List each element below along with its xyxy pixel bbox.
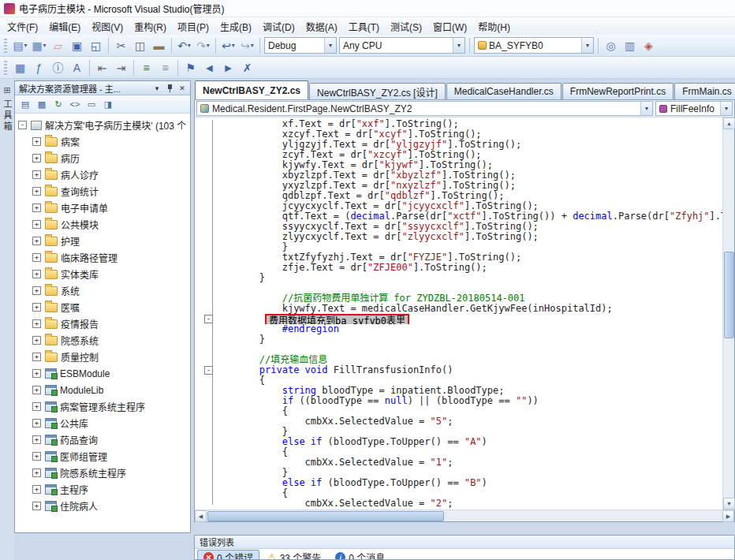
code-text[interactable]: else if (bloodType.ToUpper() == "A"): [214, 437, 722, 447]
expand-icon[interactable]: +: [32, 286, 41, 295]
code-text[interactable]: else if (bloodType.ToUpper() == "B"): [214, 478, 722, 488]
navigate-backward-button[interactable]: ↩▾: [219, 37, 237, 54]
tree-item[interactable]: +电子申请单: [15, 200, 190, 216]
code-text[interactable]: xf.Text = dr["xxf"].ToString();: [214, 119, 722, 129]
document-tab[interactable]: FrmNewReportPrint.cs: [562, 83, 673, 99]
warnings-filter-button[interactable]: ⚠33 个警告: [261, 550, 327, 560]
vertical-scrollbar-thumb[interactable]: [724, 252, 734, 338]
collapse-icon[interactable]: -: [18, 121, 27, 129]
menu-item[interactable]: 数据(A): [300, 17, 343, 35]
code-text[interactable]: cmbXx.SelectedValue = "2";: [214, 498, 722, 509]
tree-item[interactable]: +药品查询: [15, 431, 190, 448]
view-designer-button[interactable]: ▭: [84, 97, 99, 112]
view-class-diagram-button[interactable]: ◨: [100, 97, 116, 112]
tree-item[interactable]: +疫情报告: [15, 315, 190, 332]
expand-icon[interactable]: +: [32, 419, 41, 427]
menu-item[interactable]: 窗口(W): [427, 17, 472, 35]
code-text[interactable]: qtf.Text = (decimal.Parse(dr["xctf"].ToS…: [214, 211, 722, 222]
new-project-button[interactable]: ▤▾: [11, 37, 29, 54]
tree-item[interactable]: +住院病人: [15, 498, 190, 514]
tree-item[interactable]: +公共库: [15, 415, 190, 431]
tree-root-item[interactable]: -解决方案'电子病历主模块' (103 个: [15, 117, 190, 133]
code-text[interactable]: string bloodType = inpatient.BloodType;: [214, 386, 722, 396]
scroll-right-icon[interactable]: ▶: [722, 510, 734, 522]
save-all-button[interactable]: ◱: [87, 37, 105, 54]
tree-item[interactable]: +病历: [15, 150, 190, 166]
display-quick-info-button[interactable]: ⓘ: [49, 59, 67, 77]
dropdown-arrow-icon[interactable]: ▾: [640, 102, 652, 115]
code-text[interactable]: txtZfyfyzhj.Text = dr["FYZJE"].ToString(…: [214, 252, 722, 263]
paste-button[interactable]: ▬: [150, 37, 168, 54]
toolbox-tab[interactable]: ⊞ 工具箱: [0, 79, 14, 133]
expand-icon[interactable]: +: [32, 402, 41, 411]
expand-icon[interactable]: +: [32, 485, 41, 494]
tree-item[interactable]: +ModuleLib: [15, 382, 190, 398]
expand-icon[interactable]: +: [32, 452, 41, 461]
code-text[interactable]: ssyycxyclf.Text = dr["ssyycxclf"].ToStri…: [214, 222, 722, 232]
solution-explorer-header[interactable]: 解决方案资源管理器 - 主... ▾ ✕: [15, 81, 190, 95]
scroll-up-icon[interactable]: ▲: [723, 118, 735, 129]
navigate-forward-button[interactable]: ↪▾: [238, 37, 256, 54]
tree-item[interactable]: +主程序: [15, 481, 190, 498]
code-text[interactable]: }: [214, 468, 722, 478]
horizontal-scrollbar[interactable]: ◀ ▶: [195, 510, 734, 521]
code-text[interactable]: {: [214, 406, 722, 416]
toolbar-grip[interactable]: [4, 61, 7, 75]
find-combo[interactable]: BA_SYFYB0▾: [474, 37, 594, 54]
document-tab[interactable]: MedicalCaseHandler.cs: [446, 83, 562, 99]
scroll-left-icon[interactable]: ◀: [195, 510, 207, 522]
display-parameter-info-button[interactable]: ƒ: [30, 59, 48, 77]
code-text[interactable]: #endregion: [214, 324, 722, 334]
menu-item[interactable]: 帮助(H): [472, 17, 516, 35]
code-text[interactable]: private void FillTransfusionInfo(): [214, 365, 722, 375]
code-text[interactable]: cmbXx.SelectedValue = "1";: [214, 457, 722, 468]
code-text[interactable]: zfje.Text = dr["ZFJE00"].ToString();: [214, 263, 722, 273]
tree-item[interactable]: +病人诊疗: [15, 166, 190, 183]
display-word-completion-button[interactable]: A: [68, 59, 86, 77]
tree-item[interactable]: +ESBModule: [15, 365, 190, 382]
document-tab[interactable]: NewCtrlBASY_ZY2.cs: [195, 80, 308, 99]
code-text[interactable]: xbyzlzpf.Text = dr["xbyzlzf"].ToString()…: [214, 170, 722, 181]
decrease-indent-button[interactable]: ⇤: [93, 59, 111, 77]
menu-item[interactable]: 项目(P): [172, 17, 215, 35]
code-text[interactable]: {: [214, 488, 722, 498]
code-text[interactable]: yljgzyjf.Text = dr["yljgzyjf"].ToString(…: [214, 140, 722, 150]
tree-item[interactable]: +质量控制: [15, 349, 190, 365]
solution-configurations-combo[interactable]: Debug▾: [264, 37, 337, 54]
display-object-member-list-button[interactable]: ▦: [11, 59, 29, 77]
code-text[interactable]: //填充输血信息: [214, 355, 722, 365]
expand-icon[interactable]: +: [32, 502, 41, 510]
menu-item[interactable]: 工具(T): [343, 17, 385, 35]
properties-button[interactable]: ▤: [17, 97, 33, 112]
expand-icon[interactable]: +: [32, 353, 41, 361]
expand-icon[interactable]: +: [32, 435, 41, 444]
code-editor[interactable]: xf.Text = dr["xxf"].ToString(); xzcyf.Te…: [195, 118, 722, 510]
dropdown-arrow-icon[interactable]: ▾: [453, 38, 465, 53]
undo-button[interactable]: ↶▾: [175, 37, 193, 54]
tree-item[interactable]: +系统: [15, 282, 190, 299]
horizontal-scrollbar-thumb[interactable]: [207, 511, 444, 521]
solution-platforms-combo[interactable]: Any CPU▾: [339, 37, 465, 54]
toolbox-window-button[interactable]: ◈: [640, 37, 658, 54]
code-text[interactable]: }: [214, 427, 722, 437]
code-text[interactable]: zcyf.Text = dr["xzcyf"].ToString();: [214, 150, 722, 160]
expand-icon[interactable]: +: [32, 319, 41, 328]
previous-bookmark-button[interactable]: ◄: [200, 59, 218, 77]
dropdown-arrow-icon[interactable]: ▾: [324, 38, 336, 53]
tree-item[interactable]: +公共模块: [15, 216, 190, 233]
refresh-button[interactable]: ↻: [50, 97, 66, 112]
dropdown-arrow-icon[interactable]: ▾: [720, 102, 732, 115]
tree-item[interactable]: +护理: [15, 233, 190, 249]
expand-icon[interactable]: +: [32, 237, 41, 245]
code-text[interactable]: {: [214, 375, 722, 386]
code-text[interactable]: jcyycxyclf.Text = dr["jcyycxclf"].ToStri…: [214, 201, 722, 211]
scroll-down-icon[interactable]: ▼: [723, 498, 735, 510]
expand-icon[interactable]: +: [32, 203, 41, 212]
show-all-files-button[interactable]: ▩: [34, 97, 50, 112]
code-text[interactable]: if ((bloodType == null) || (bloodType ==…: [214, 396, 722, 406]
find-in-files-button[interactable]: ◎: [602, 37, 620, 54]
open-file-button[interactable]: ▱: [49, 37, 67, 54]
expand-icon[interactable]: +: [32, 386, 41, 394]
pin-icon[interactable]: [164, 83, 175, 94]
menu-item[interactable]: 生成(B): [215, 17, 257, 35]
